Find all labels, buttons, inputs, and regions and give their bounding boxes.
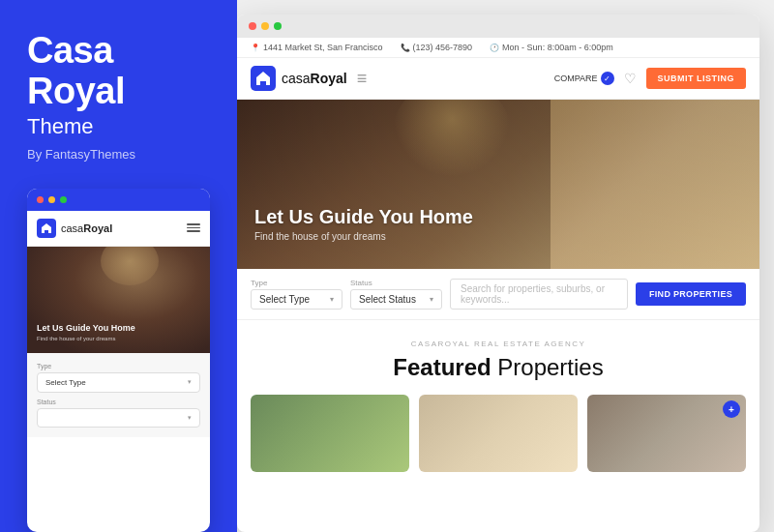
compare-check-icon: ✓ <box>601 72 614 85</box>
property-cards-row: + <box>251 395 746 472</box>
phone-icon: 📞 <box>401 44 410 52</box>
status-chevron-icon: ▾ <box>430 295 433 304</box>
mobile-type-select-text: Select Type <box>45 378 86 387</box>
featured-title-normal: Properties <box>491 354 604 380</box>
status-label: Status <box>350 279 442 287</box>
type-label: Type <box>251 279 342 287</box>
hero-right-decoration <box>551 100 759 269</box>
find-properties-button[interactable]: FIND PROPERTIES <box>636 282 746 306</box>
keyword-search-input[interactable]: Search for properties, suburbs, or keywo… <box>450 279 628 310</box>
topbar-hours: 🕐 Mon - Sun: 8:00am - 6:00pm <box>490 43 613 52</box>
status-select-group: Status Select Status ▾ <box>350 279 442 310</box>
mobile-hero-subheading: Find the house of your dreams <box>37 336 135 341</box>
site-hamburger-icon[interactable]: ≡ <box>357 69 368 89</box>
mobile-search-section: Type Select Type ▾ Status ▾ <box>27 353 210 437</box>
browser-dot-green <box>274 22 282 30</box>
mobile-dot-red <box>37 196 44 203</box>
agency-label: CASAROYAL REAL ESTATE AGENCY <box>251 340 746 348</box>
featured-title: Featured Properties <box>251 354 746 381</box>
type-select-group: Type Select Type ▾ <box>251 279 342 310</box>
hero-subheading: Find the house of your dreams <box>254 231 473 242</box>
mobile-nav: casaRoyal <box>27 211 210 247</box>
site-hero-content: Let Us Guide You Home Find the house of … <box>254 206 473 242</box>
mobile-hero-heading: Let Us Guide You Home <box>37 323 135 335</box>
mobile-status-label: Status <box>37 399 200 405</box>
site-nav-right: COMPARE ✓ ♡ SUBMIT LISTING <box>554 68 746 89</box>
site-logo-icon <box>251 66 276 91</box>
right-panel: 📍 1441 Market St, San Francisco 📞 (123) … <box>237 0 774 532</box>
mobile-hero: Let Us Guide You Home Find the house of … <box>27 247 210 353</box>
mobile-hamburger-icon[interactable] <box>187 223 200 232</box>
mobile-status-select[interactable]: ▾ <box>37 408 200 428</box>
left-panel: CasaRoyal Theme By FantasyThemes casaRoy… <box>0 0 237 532</box>
site-logo: casaRoyal <box>251 66 347 91</box>
mobile-hero-text: Let Us Guide You Home Find the house of … <box>37 323 135 341</box>
browser-dot-red <box>249 22 256 30</box>
site-nav: casaRoyal ≡ COMPARE ✓ ♡ SUBMIT LISTING <box>237 58 759 100</box>
topbar-phone: 📞 (123) 456-7890 <box>401 43 473 52</box>
wishlist-heart-icon[interactable]: ♡ <box>624 71 637 86</box>
brand-subtitle: Theme <box>27 114 210 139</box>
mobile-dot-green <box>60 196 67 203</box>
browser-dot-yellow <box>261 22 269 30</box>
brand-section: CasaRoyal Theme By FantasyThemes <box>27 31 210 162</box>
mobile-logo-icon <box>37 219 56 238</box>
mobile-header-bar <box>27 189 210 211</box>
compare-button[interactable]: COMPARE ✓ <box>554 72 614 85</box>
featured-title-bold: Featured <box>393 354 491 380</box>
browser-toolbar <box>237 15 759 38</box>
mobile-logo: casaRoyal <box>37 219 112 238</box>
search-bar: Type Select Type ▾ Status Select Status … <box>237 269 759 320</box>
site-hero: Let Us Guide You Home Find the house of … <box>237 100 759 269</box>
mobile-preview-card: casaRoyal Let Us Guide You Home Find the… <box>27 189 210 532</box>
mobile-logo-text: casaRoyal <box>61 222 112 234</box>
site-logo-text: casaRoyal <box>282 71 347 86</box>
status-select-value: Select Status <box>359 294 416 305</box>
property-card-1[interactable] <box>251 395 409 472</box>
property-card-2[interactable] <box>419 395 578 472</box>
mobile-type-select[interactable]: Select Type ▾ <box>37 372 200 393</box>
location-icon: 📍 <box>251 44 260 52</box>
card-indicator-icon: + <box>723 400 740 418</box>
type-select-value: Select Type <box>259 294 310 305</box>
submit-listing-button[interactable]: SUBMIT LISTING <box>646 68 747 89</box>
status-select[interactable]: Select Status ▾ <box>350 289 442 310</box>
featured-section: CASAROYAL REAL ESTATE AGENCY Featured Pr… <box>237 320 759 482</box>
type-chevron-icon: ▾ <box>330 295 334 304</box>
topbar-address: 📍 1441 Market St, San Francisco <box>251 43 383 52</box>
brand-title: CasaRoyal <box>27 31 210 112</box>
mobile-type-label: Type <box>37 363 200 369</box>
site-topbar: 📍 1441 Market St, San Francisco 📞 (123) … <box>237 38 759 58</box>
mobile-dot-yellow <box>48 196 55 203</box>
type-select[interactable]: Select Type ▾ <box>251 289 342 310</box>
mobile-type-chevron-icon: ▾ <box>188 378 192 386</box>
mobile-status-chevron-icon: ▾ <box>188 414 192 422</box>
clock-icon: 🕐 <box>490 44 499 52</box>
search-placeholder-text: Search for properties, suburbs, or keywo… <box>461 283 617 305</box>
hero-heading: Let Us Guide You Home <box>254 206 473 228</box>
brand-by: By FantasyThemes <box>27 147 210 162</box>
property-card-3[interactable]: + <box>587 395 746 472</box>
browser-mockup: 📍 1441 Market St, San Francisco 📞 (123) … <box>237 15 759 532</box>
